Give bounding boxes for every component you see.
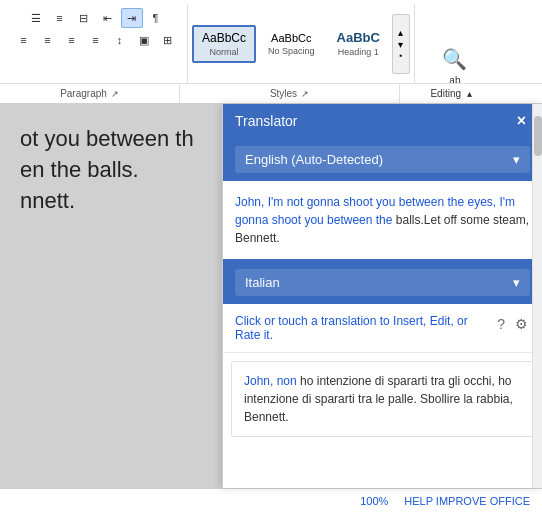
- show-formatting-button[interactable]: ¶: [145, 8, 167, 28]
- style-heading1-label: Heading 1: [337, 47, 380, 57]
- align-right-button[interactable]: ≡: [61, 30, 83, 50]
- editing-section-label: Editing ▴: [400, 84, 480, 103]
- source-lang-label: English (Auto-Detected): [245, 152, 383, 167]
- style-nospace-label: No Spacing: [268, 46, 315, 56]
- info-text-part1: Click or touch a translation to Insert, …: [235, 314, 468, 342]
- ribbon: ☰ ≡ ⊟ ⇤ ⇥ ¶ ≡ ≡ ≡ ≡ ↕ ▣ ⊞ AaBbCc Normal …: [0, 0, 542, 104]
- decrease-indent-button[interactable]: ⇤: [97, 8, 119, 28]
- target-language-dropdown[interactable]: Italian ▾: [235, 269, 530, 296]
- help-improve-link[interactable]: HELP IMPROVE OFFICE: [404, 495, 530, 507]
- translator-close-button[interactable]: ×: [513, 112, 530, 130]
- source-lang-section: English (Auto-Detected) ▾: [223, 138, 542, 181]
- expand-icon: ▪: [399, 51, 402, 60]
- ribbon-bottom: Paragraph ↗ Styles ↗ Editing ▴: [0, 83, 542, 103]
- help-icon-button[interactable]: ?: [495, 314, 507, 334]
- styles-expand-icon[interactable]: ↗: [301, 89, 309, 99]
- main-content: ot you between th en the balls. nnett. T…: [0, 104, 542, 488]
- target-lang-label: Italian: [245, 275, 280, 290]
- scrollbar-thumb: [534, 116, 542, 156]
- para-row-1: ☰ ≡ ⊟ ⇤ ⇥ ¶: [25, 8, 167, 28]
- align-center-button[interactable]: ≡: [37, 30, 59, 50]
- multilevel-list-button[interactable]: ⊟: [73, 8, 95, 28]
- status-bar: 100% HELP IMPROVE OFFICE: [0, 488, 542, 512]
- zoom-level[interactable]: 100%: [360, 495, 388, 507]
- translated-text: John, non ho intenzione di spararti tra …: [244, 372, 521, 426]
- bullet-list-button[interactable]: ☰: [25, 8, 47, 28]
- source-text: John, I'm not gonna shoot you between th…: [235, 193, 530, 247]
- source-text-section: John, I'm not gonna shoot you between th…: [223, 181, 542, 261]
- justify-button[interactable]: ≡: [85, 30, 107, 50]
- style-no-spacing[interactable]: AaBbCc No Spacing: [258, 26, 325, 62]
- translated-text-part1: John, non: [244, 374, 300, 388]
- style-items: AaBbCc Normal AaBbCc No Spacing AaBbC He…: [192, 24, 390, 63]
- source-lang-chevron-icon: ▾: [513, 152, 520, 167]
- translator-body: English (Auto-Detected) ▾ John, I'm not …: [223, 138, 542, 488]
- target-lang-section: Italian ▾: [223, 261, 542, 304]
- style-heading1[interactable]: AaBbC Heading 1: [327, 24, 390, 63]
- increase-indent-button[interactable]: ⇥: [121, 8, 143, 28]
- paragraph-expand-icon[interactable]: ↗: [111, 89, 119, 99]
- chevron-down-icon: ▾: [398, 39, 403, 50]
- align-left-button[interactable]: ≡: [13, 30, 35, 50]
- style-normal[interactable]: AaBbCc Normal: [192, 25, 256, 63]
- info-icons: ? ⚙: [495, 314, 530, 334]
- style-normal-label: Normal: [202, 47, 246, 57]
- target-lang-chevron-icon: ▾: [513, 275, 520, 290]
- translation-info: Click or touch a translation to Insert, …: [223, 304, 542, 353]
- para-row-2: ≡ ≡ ≡ ≡ ↕ ▣ ⊞: [13, 30, 179, 50]
- numbered-list-button[interactable]: ≡: [49, 8, 71, 28]
- search-icon-button[interactable]: 🔍: [440, 45, 469, 73]
- paragraph-section-label: Paragraph ↗: [0, 84, 180, 103]
- translation-info-text: Click or touch a translation to Insert, …: [235, 314, 487, 342]
- style-nospace-preview: AaBbCc: [268, 32, 315, 44]
- translated-text-section[interactable]: John, non ho intenzione di spararti tra …: [231, 361, 534, 437]
- translator-panel: Translator × English (Auto-Detected) ▾ J…: [222, 104, 542, 488]
- shading-button[interactable]: ▣: [133, 30, 155, 50]
- styles-section-label: Styles ↗: [180, 84, 400, 103]
- translator-scrollbar[interactable]: [532, 104, 542, 488]
- line-spacing-button[interactable]: ↕: [109, 30, 131, 50]
- style-heading1-preview: AaBbC: [337, 30, 380, 45]
- style-normal-preview: AaBbCc: [202, 31, 246, 45]
- styles-dropdown-button[interactable]: ▴ ▾ ▪: [392, 14, 410, 74]
- translator-header: Translator ×: [223, 104, 542, 138]
- borders-button[interactable]: ⊞: [157, 30, 179, 50]
- source-language-dropdown[interactable]: English (Auto-Detected) ▾: [235, 146, 530, 173]
- translator-title: Translator: [235, 113, 298, 129]
- settings-icon-button[interactable]: ⚙: [513, 314, 530, 334]
- editing-collapse-icon[interactable]: ▴: [467, 88, 472, 99]
- chevron-up-icon: ▴: [398, 27, 403, 38]
